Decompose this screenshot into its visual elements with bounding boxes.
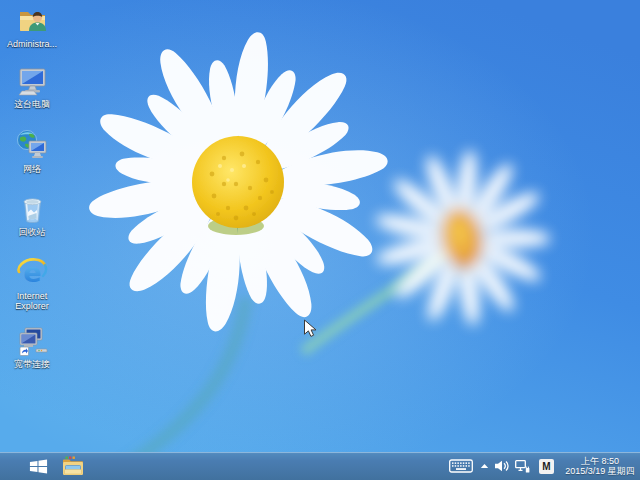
icon-label: 这台电脑 <box>1 99 63 109</box>
show-hidden-icons-chevron[interactable] <box>480 463 489 469</box>
recycle-bin-icon <box>16 192 49 225</box>
touch-keyboard-icon[interactable] <box>449 459 473 473</box>
desktop-icon-administrator[interactable]: Administra... <box>1 4 63 49</box>
desktop-icon-internet-explorer[interactable]: e Internet Explorer <box>1 256 63 311</box>
file-explorer-icon <box>61 456 85 477</box>
desktop-icon-network[interactable]: 网络 <box>1 129 63 174</box>
network-icon[interactable] <box>515 460 530 473</box>
windows-logo-icon <box>28 456 49 477</box>
icon-label: 网络 <box>1 164 63 174</box>
icon-label: Internet Explorer <box>1 291 63 311</box>
taskbar-file-explorer-button[interactable] <box>58 454 88 478</box>
broadband-connection-icon <box>16 324 49 357</box>
ime-indicator[interactable]: M <box>539 459 554 474</box>
system-tray: M 上午 8:50 2015/3/19 星期四 <box>449 452 640 480</box>
volume-icon[interactable] <box>495 460 509 472</box>
internet-explorer-icon: e <box>16 256 49 289</box>
desktop-icon-recycle-bin[interactable]: 回收站 <box>1 192 63 237</box>
desktop-icon-this-pc[interactable]: 这台电脑 <box>1 64 63 109</box>
clock-time: 上午 8:50 <box>563 456 637 467</box>
computer-icon <box>16 64 49 97</box>
icon-label: 回收站 <box>1 227 63 237</box>
desktop-icon-broadband-connection[interactable]: 宽带连接 <box>1 324 63 369</box>
user-folder-icon <box>16 4 49 37</box>
clock-date: 2015/3/19 星期四 <box>563 466 637 477</box>
wallpaper-daisy <box>0 0 640 452</box>
icon-label: Administra... <box>1 39 63 49</box>
taskbar: M 上午 8:50 2015/3/19 星期四 <box>0 452 640 480</box>
start-button[interactable] <box>20 454 56 478</box>
icon-label: 宽带连接 <box>1 359 63 369</box>
network-icon <box>16 129 49 162</box>
desktop: Administra... 这台电脑 网络 <box>0 0 640 480</box>
mouse-cursor-arrow-icon <box>303 319 318 339</box>
taskbar-clock[interactable]: 上午 8:50 2015/3/19 星期四 <box>563 456 637 477</box>
